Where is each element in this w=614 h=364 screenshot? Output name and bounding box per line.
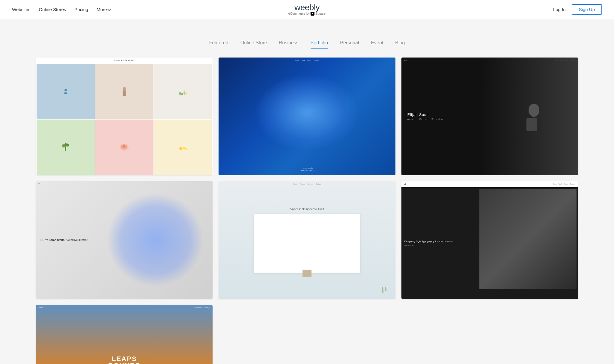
t3-logo-text: ES xyxy=(404,59,408,61)
t6-header-bar: & Home Work Studio Contact xyxy=(401,181,578,187)
t5-nav: Home Projects Services Contact xyxy=(219,183,395,185)
tab-business[interactable]: Business xyxy=(279,40,299,49)
tab-featured[interactable]: Featured xyxy=(209,40,228,49)
t4-greeting: Hi, I'm Sarah Smith. A creative director… xyxy=(40,238,88,242)
template-card-elijah-soul[interactable]: ES Home Work Reel Contact Elijah Soul Ac… xyxy=(401,58,578,175)
tab-portfolio[interactable]: Portfolio xyxy=(311,40,328,49)
t1-image-grid xyxy=(36,63,213,175)
t1-cell-3 xyxy=(154,64,212,119)
svg-point-1 xyxy=(64,92,67,94)
template-card-spaces[interactable]: Home Projects Services Contact Spaces: D… xyxy=(219,181,395,299)
t6-body-title: Designing Right Typography for your busi… xyxy=(404,240,454,243)
template-card-leaps-bounds[interactable]: Home Our Adventures 21 Days LEAPS BOUNDS… xyxy=(36,305,213,364)
t4-text-block: Hi, I'm Sarah Smith. A creative director… xyxy=(40,238,88,242)
svg-point-5 xyxy=(181,93,183,95)
square-icon: ■ xyxy=(311,12,314,16)
template-card-modus-operandi[interactable]: MODUS OPERANDI xyxy=(36,58,213,175)
template-preview-typography: & Home Work Studio Contact Designing Rig… xyxy=(401,181,578,299)
template-preview-jellyfish: Home Work About Contact — our portfolio … xyxy=(219,58,395,175)
tab-blog[interactable]: Blog xyxy=(395,40,405,49)
t4-nav: ☰ xyxy=(38,183,40,185)
t7-bounds-text: BOUNDS xyxy=(108,362,140,364)
header: Websites Online Stores Pricing More weeb… xyxy=(0,0,614,19)
template-preview-modus-operandi: MODUS OPERANDI xyxy=(36,58,213,175)
tab-event[interactable]: Event xyxy=(371,40,383,49)
templates-grid-section: MODUS OPERANDI xyxy=(0,58,614,364)
t1-header-bar: MODUS OPERANDI xyxy=(36,58,213,63)
template-preview-leaps-bounds: Home Our Adventures 21 Days LEAPS BOUNDS… xyxy=(36,305,213,364)
t1-cell-6 xyxy=(154,120,212,175)
svg-point-13 xyxy=(123,145,125,147)
svg-point-4 xyxy=(179,92,181,95)
nav-websites[interactable]: Websites xyxy=(12,7,30,12)
svg-point-16 xyxy=(185,148,187,150)
category-tabs: Featured Online Store Business Portfolio… xyxy=(209,40,405,49)
main-nav: Websites Online Stores Pricing More xyxy=(12,7,110,12)
svg-point-7 xyxy=(185,93,187,94)
templates-grid: MODUS OPERANDI xyxy=(36,58,578,364)
t6-logo: & xyxy=(404,183,406,185)
template-card-typography[interactable]: & Home Work Studio Contact Designing Rig… xyxy=(401,181,578,299)
t7-nav-home: Home xyxy=(39,307,43,309)
tab-personal[interactable]: Personal xyxy=(340,40,359,49)
t5-title: Spaces: Designed & Built xyxy=(290,208,324,211)
t1-cell-1 xyxy=(37,64,95,119)
t7-title-block: LEAPS BOUNDS Go beyond. Jump higher. xyxy=(108,356,140,364)
svg-point-0 xyxy=(64,89,67,91)
template-card-jellyfish[interactable]: Home Work About Contact — our portfolio … xyxy=(219,58,395,175)
logo[interactable]: weebly eCommerce by ■ Square xyxy=(288,3,326,16)
t3-role: Actor · Writer · Director xyxy=(407,118,444,120)
t3-name: Elijah Soul xyxy=(407,113,444,117)
nav-online-stores[interactable]: Online Stores xyxy=(39,7,66,12)
t7-nav: Home Our Adventures 21 Days xyxy=(36,307,213,309)
signup-button[interactable]: Sign Up xyxy=(572,4,602,15)
svg-point-14 xyxy=(179,147,182,150)
t1-cell-4 xyxy=(37,120,95,175)
svg-point-6 xyxy=(183,91,185,95)
template-preview-sarah-smith: ☰ Hi, I'm Sarah Smith. A creative direct… xyxy=(36,181,213,299)
t5-table-visual xyxy=(254,214,360,273)
t5-plant-visual xyxy=(382,287,386,293)
logo-subtitle: eCommerce by ■ Square xyxy=(288,12,326,16)
chevron-down-icon xyxy=(108,7,111,11)
svg-point-17 xyxy=(529,104,539,117)
t4-flower-shape xyxy=(107,193,204,287)
t6-machine-visual xyxy=(479,189,577,289)
template-card-sarah-smith[interactable]: ☰ Hi, I'm Sarah Smith. A creative direct… xyxy=(36,181,213,299)
tabs-container: Featured Online Store Business Portfolio… xyxy=(0,34,614,58)
jellyfish-text: — our portfolio View our work xyxy=(300,167,314,172)
logo-name: weebly xyxy=(288,3,326,12)
t3-text-block: Elijah Soul Actor · Writer · Director xyxy=(407,113,444,120)
template-preview-spaces: Home Projects Services Contact Spaces: D… xyxy=(219,181,395,299)
t3-person-silhouette xyxy=(481,58,578,175)
jellyfish-shape xyxy=(254,74,360,151)
t1-cell-2 xyxy=(95,64,154,119)
svg-point-15 xyxy=(183,147,185,149)
t1-cell-5 xyxy=(95,120,154,175)
t6-nav-items: Home Work Studio Contact xyxy=(553,183,575,185)
t7-leaps-text: LEAPS xyxy=(108,356,140,362)
t6-body: Designing Right Typography for your busi… xyxy=(401,187,578,299)
header-actions: Log In Sign Up xyxy=(553,4,602,15)
svg-rect-18 xyxy=(526,118,537,131)
svg-rect-3 xyxy=(123,91,126,96)
t6-text-block: Designing Right Typography for your busi… xyxy=(404,240,454,246)
t6-body-link: View Portfolio xyxy=(404,244,454,246)
t2-nav: Home Work About Contact xyxy=(219,59,395,61)
login-button[interactable]: Log In xyxy=(553,7,566,12)
nav-more[interactable]: More xyxy=(97,7,110,12)
nav-pricing[interactable]: Pricing xyxy=(74,7,88,12)
template-preview-elijah-soul: ES Home Work Reel Contact Elijah Soul Ac… xyxy=(401,58,578,175)
tab-online-store[interactable]: Online Store xyxy=(240,40,267,49)
hero-spacer xyxy=(0,19,614,34)
t5-chair-shape xyxy=(303,270,311,277)
